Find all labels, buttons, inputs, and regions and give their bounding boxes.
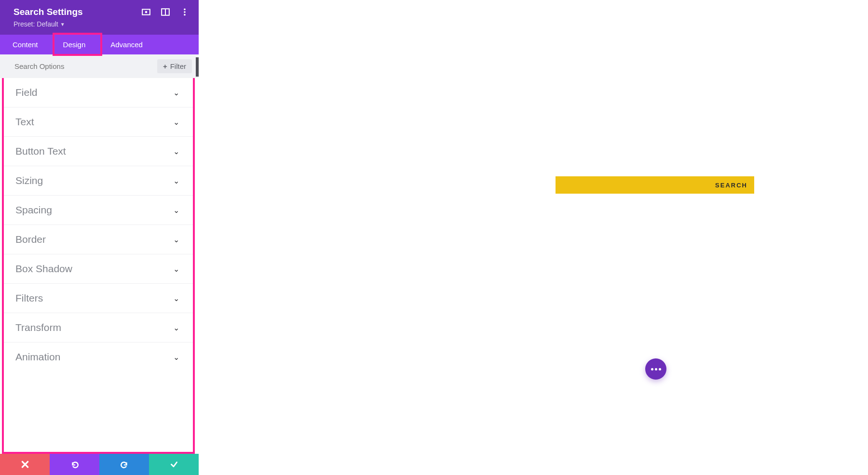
svg-point-6 xyxy=(184,14,186,16)
svg-point-5 xyxy=(184,11,186,13)
option-label: Spacing xyxy=(15,204,52,216)
header-icons xyxy=(142,8,189,16)
caret-down-icon: ▼ xyxy=(60,22,65,27)
search-options-input[interactable] xyxy=(14,62,157,70)
tabs: Content Design Advanced xyxy=(0,35,199,54)
plus-icon: + xyxy=(163,62,167,70)
tab-design[interactable]: Design xyxy=(51,35,98,54)
chevron-down-icon: ⌄ xyxy=(173,206,179,215)
chevron-down-icon: ⌄ xyxy=(173,118,179,127)
chevron-down-icon: ⌄ xyxy=(173,235,179,244)
chevron-down-icon: ⌄ xyxy=(173,176,179,185)
fab-more-button[interactable] xyxy=(645,358,666,380)
option-label: Text xyxy=(15,116,34,128)
option-text[interactable]: Text ⌄ xyxy=(4,107,193,137)
chevron-down-icon: ⌄ xyxy=(173,88,179,97)
dots-icon xyxy=(651,368,661,370)
tab-content[interactable]: Content xyxy=(0,35,51,54)
preset-value: Default xyxy=(37,20,58,28)
option-label: Transform xyxy=(15,322,61,333)
option-label: Animation xyxy=(15,351,60,363)
tab-advanced[interactable]: Advanced xyxy=(98,35,155,54)
header-row: Search Settings xyxy=(14,7,189,17)
option-button-text[interactable]: Button Text ⌄ xyxy=(4,137,193,166)
chevron-down-icon: ⌄ xyxy=(173,323,179,332)
preset-dropdown[interactable]: Preset: Default ▼ xyxy=(14,20,189,28)
filter-label: Filter xyxy=(170,62,186,70)
expand-icon[interactable] xyxy=(142,8,150,16)
preview-canvas: SEARCH xyxy=(199,0,868,475)
settings-header: Search Settings Preset: Default ▼ xyxy=(0,0,199,35)
svg-point-1 xyxy=(146,12,147,13)
filter-button[interactable]: + Filter xyxy=(157,59,192,73)
option-border[interactable]: Border ⌄ xyxy=(4,225,193,254)
option-filters[interactable]: Filters ⌄ xyxy=(4,284,193,313)
cancel-button[interactable] xyxy=(0,454,50,475)
more-icon[interactable] xyxy=(180,8,189,16)
option-label: Sizing xyxy=(15,175,43,186)
option-spacing[interactable]: Spacing ⌄ xyxy=(4,196,193,225)
search-options-row: + Filter xyxy=(0,54,199,78)
option-label: Box Shadow xyxy=(15,263,72,275)
undo-button[interactable] xyxy=(50,454,99,475)
search-widget-preview[interactable]: SEARCH xyxy=(556,176,754,194)
columns-icon[interactable] xyxy=(161,8,170,16)
option-box-shadow[interactable]: Box Shadow ⌄ xyxy=(4,254,193,284)
option-label: Border xyxy=(15,234,46,245)
chevron-down-icon: ⌄ xyxy=(173,147,179,156)
redo-button[interactable] xyxy=(99,454,149,475)
svg-point-4 xyxy=(184,9,186,11)
design-options-list: Field ⌄ Text ⌄ Button Text ⌄ Sizing ⌄ Sp… xyxy=(2,78,195,454)
option-field[interactable]: Field ⌄ xyxy=(4,78,193,107)
option-label: Filters xyxy=(15,292,43,304)
panel-title: Search Settings xyxy=(14,7,83,17)
chevron-down-icon: ⌄ xyxy=(173,294,179,303)
option-sizing[interactable]: Sizing ⌄ xyxy=(4,166,193,196)
option-animation[interactable]: Animation ⌄ xyxy=(4,343,193,371)
chevron-down-icon: ⌄ xyxy=(173,353,179,362)
settings-sidebar: Search Settings Preset: Default ▼ Conten… xyxy=(0,0,199,475)
preset-label: Preset: xyxy=(14,20,35,28)
chevron-down-icon: ⌄ xyxy=(173,264,179,274)
option-label: Button Text xyxy=(15,145,66,157)
footer-actions xyxy=(0,454,199,475)
option-transform[interactable]: Transform ⌄ xyxy=(4,313,193,343)
save-button[interactable] xyxy=(149,454,199,475)
option-label: Field xyxy=(15,87,38,98)
search-button-label: SEARCH xyxy=(715,182,747,189)
